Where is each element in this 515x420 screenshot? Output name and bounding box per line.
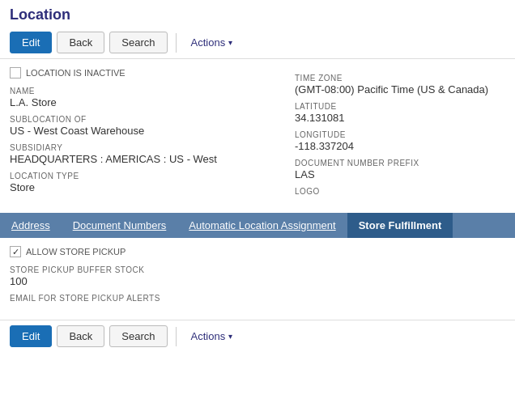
name-field: NAME L.A. Store (10, 87, 279, 108)
caret-down-icon-bottom: ▾ (228, 332, 232, 341)
right-column: TIME ZONE (GMT-08:00) Pacific Time (US &… (295, 67, 505, 197)
top-toolbar: Edit Back Search Actions ▾ (0, 27, 515, 59)
latitude-value: 34.131081 (295, 112, 505, 124)
inactive-row: LOCATION IS INACTIVE (10, 67, 279, 78)
buffer-stock-value: 100 (10, 275, 505, 287)
longitude-field: LONGITUDE -118.337204 (295, 130, 505, 152)
sublocation-label: SUBLOCATION OF (10, 115, 279, 124)
toolbar-divider-top (176, 33, 177, 53)
sublocation-value: US - West Coast Warehouse (10, 125, 279, 137)
allow-pickup-checkbox[interactable]: ✓ (10, 246, 21, 257)
location-type-field: LOCATION TYPE Store (10, 172, 279, 193)
latitude-label: LATITUDE (295, 102, 505, 111)
buffer-stock-field: STORE PICKUP BUFFER STOCK 100 (10, 265, 505, 287)
tab-automatic-location[interactable]: Automatic Location Assignment (177, 213, 347, 238)
inactive-label: LOCATION IS INACTIVE (26, 68, 126, 78)
email-alerts-field: EMAIL FOR STORE PICKUP ALERTS (10, 294, 505, 303)
search-button-top[interactable]: Search (109, 32, 167, 53)
actions-button-top[interactable]: Actions ▾ (185, 32, 240, 53)
buffer-stock-label: STORE PICKUP BUFFER STOCK (10, 265, 505, 274)
tabs-bar: Address Document Numbers Automatic Locat… (0, 213, 515, 238)
actions-label-bottom: Actions (191, 330, 226, 342)
doc-prefix-field: DOCUMENT NUMBER PREFIX LAS (295, 159, 505, 180)
page-title: Location (0, 0, 515, 27)
timezone-value: (GMT-08:00) Pacific Time (US & Canada) (295, 83, 505, 95)
caret-down-icon-top: ▾ (228, 38, 232, 47)
tab-content-area: ✓ ALLOW STORE PICKUP STORE PICKUP BUFFER… (0, 238, 515, 312)
bottom-toolbar: Edit Back Search Actions ▾ (0, 320, 515, 352)
timezone-field: TIME ZONE (GMT-08:00) Pacific Time (US &… (295, 74, 505, 95)
back-button-top[interactable]: Back (57, 32, 104, 53)
search-button-bottom[interactable]: Search (109, 325, 167, 347)
inactive-checkbox[interactable] (10, 67, 21, 78)
main-content: LOCATION IS INACTIVE NAME L.A. Store SUB… (0, 59, 515, 205)
allow-pickup-row: ✓ ALLOW STORE PICKUP (10, 246, 505, 257)
sublocation-field: SUBLOCATION OF US - West Coast Warehouse (10, 115, 279, 137)
doc-prefix-label: DOCUMENT NUMBER PREFIX (295, 159, 505, 168)
longitude-label: LONGITUDE (295, 130, 505, 139)
location-type-value: Store (10, 181, 279, 193)
toolbar-divider-bottom (176, 327, 177, 346)
latitude-field: LATITUDE 34.131081 (295, 102, 505, 124)
timezone-label: TIME ZONE (295, 74, 505, 83)
name-value: L.A. Store (10, 96, 279, 108)
allow-pickup-label: ALLOW STORE PICKUP (26, 247, 126, 257)
edit-button-bottom[interactable]: Edit (10, 325, 52, 347)
email-alerts-label: EMAIL FOR STORE PICKUP ALERTS (10, 294, 505, 303)
name-label: NAME (10, 87, 279, 95)
location-type-label: LOCATION TYPE (10, 172, 279, 180)
doc-prefix-value: LAS (295, 168, 505, 180)
checkmark-icon: ✓ (12, 247, 19, 257)
logo-label: LOGO (295, 187, 505, 196)
longitude-value: -118.337204 (295, 140, 505, 152)
left-column: LOCATION IS INACTIVE NAME L.A. Store SUB… (10, 67, 295, 197)
subsidiary-label: SUBSIDIARY (10, 143, 279, 152)
actions-label-top: Actions (191, 36, 226, 49)
actions-button-bottom[interactable]: Actions ▾ (185, 326, 240, 346)
tab-store-fulfillment[interactable]: Store Fulfillment (347, 213, 453, 238)
tab-address[interactable]: Address (0, 213, 62, 238)
subsidiary-field: SUBSIDIARY HEADQUARTERS : AMERICAS : US … (10, 143, 279, 165)
edit-button-top[interactable]: Edit (10, 32, 52, 53)
subsidiary-value: HEADQUARTERS : AMERICAS : US - West (10, 153, 279, 165)
logo-field: LOGO (295, 187, 505, 196)
back-button-bottom[interactable]: Back (57, 325, 104, 347)
tab-document-numbers[interactable]: Document Numbers (62, 213, 178, 238)
